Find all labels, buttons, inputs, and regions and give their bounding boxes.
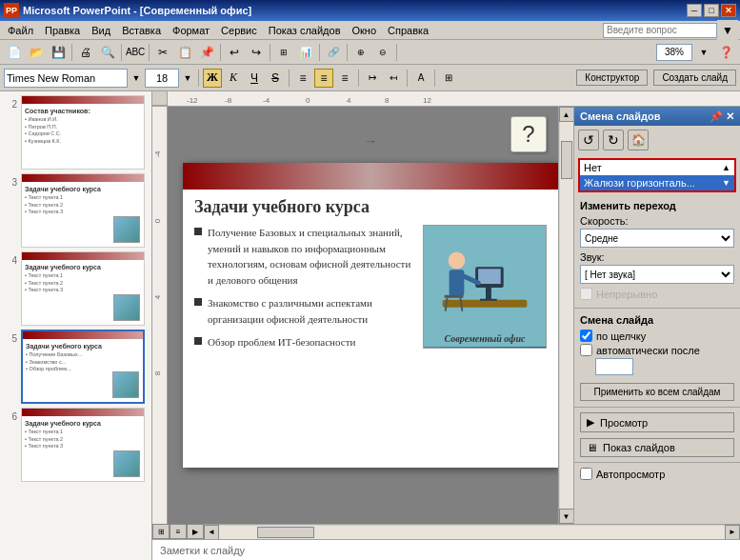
slideshow-view-button[interactable]: ▶: [187, 524, 204, 539]
underline-button[interactable]: Ч: [245, 69, 264, 88]
align-left-button[interactable]: ≡: [293, 69, 312, 88]
italic-button[interactable]: К: [224, 69, 243, 88]
bold-button[interactable]: Ж: [203, 69, 222, 88]
search-input[interactable]: [603, 23, 717, 38]
panel-pin-button[interactable]: 📌: [710, 110, 723, 123]
help-button[interactable]: ❓: [715, 42, 736, 63]
slide-image-2[interactable]: Состав участников: • Иванов И.И.• Петров…: [21, 95, 145, 170]
minimize-button[interactable]: ─: [687, 4, 702, 17]
font-name-input[interactable]: [4, 69, 128, 88]
menu-edit[interactable]: Правка: [39, 23, 86, 38]
horizontal-scrollbar[interactable]: ◄ ►: [204, 524, 740, 539]
speed-select[interactable]: Средне: [580, 229, 734, 248]
continuous-checkbox[interactable]: Непрерывно: [580, 288, 734, 300]
scroll-down-button[interactable]: ▼: [559, 509, 574, 524]
menu-service[interactable]: Сервис: [215, 23, 263, 38]
sound-select[interactable]: [ Нет звука]: [580, 265, 734, 284]
copy-button[interactable]: 📋: [174, 42, 195, 63]
slide-thumb-2[interactable]: 2 Состав участников: • Иванов И.И.• Петр…: [4, 95, 148, 170]
autopreview-checkbox[interactable]: [580, 468, 592, 480]
align-center-button[interactable]: ≡: [314, 69, 333, 88]
align-right-button[interactable]: ≡: [335, 69, 354, 88]
slide-title[interactable]: Задачи учебного курса: [183, 190, 558, 221]
auto-checkbox[interactable]: автоматически после: [580, 344, 734, 356]
slide-thumb-3[interactable]: 3 Задачи учебного курса • Текст пункта 1…: [4, 173, 148, 248]
transition-none[interactable]: Нет ▲: [580, 160, 734, 175]
new-button[interactable]: 📄: [4, 42, 25, 63]
autopreview-row[interactable]: Автопросмотр: [574, 465, 740, 483]
decrease-indent-button[interactable]: ↤: [384, 69, 403, 88]
slide-thumb-4[interactable]: 4 Задачи учебного курса • Текст пункта 1…: [4, 251, 148, 326]
h-scroll-thumb[interactable]: [257, 527, 314, 538]
zoom-dropdown[interactable]: ▼: [693, 42, 714, 63]
strikethrough-button[interactable]: S: [266, 69, 285, 88]
scroll-right-button[interactable]: ►: [725, 525, 740, 540]
transition-list: Нет ▲ Жалюзи горизонталь... ▼: [578, 158, 736, 192]
onclick-checkbox[interactable]: по щелчку: [580, 330, 734, 342]
font-dropdown[interactable]: ▼: [130, 68, 143, 89]
menu-slideshow[interactable]: Показ слайдов: [263, 23, 347, 38]
main-slide-canvas[interactable]: Задачи учебного курса Получение Базовых …: [183, 163, 558, 468]
insert-table-button[interactable]: ⊞: [273, 42, 294, 63]
print-button[interactable]: 🖨: [75, 42, 96, 63]
spell-button[interactable]: АВС: [125, 42, 146, 63]
scroll-track-v[interactable]: [560, 122, 573, 509]
paste-button[interactable]: 📌: [196, 42, 217, 63]
font-color-button[interactable]: A: [411, 69, 430, 88]
panel-icon-1[interactable]: ↺: [578, 130, 599, 150]
search-button[interactable]: ▼: [717, 20, 738, 41]
slide-thumb-5[interactable]: 5 Задачи учебного курса • Получение Базо…: [4, 330, 148, 404]
slide-image-4[interactable]: Задачи учебного курса • Текст пункта 1• …: [21, 251, 145, 326]
collapse-button[interactable]: ⊖: [372, 42, 393, 63]
preview-button[interactable]: ▶ Просмотр: [580, 412, 734, 432]
menu-insert[interactable]: Вставка: [116, 23, 167, 38]
show-slides-button[interactable]: 🖥 Показ слайдов: [580, 438, 734, 457]
vertical-scrollbar[interactable]: ▲ ▼: [558, 107, 573, 524]
continuous-check-input[interactable]: [580, 288, 592, 300]
zoom-input[interactable]: [656, 44, 692, 61]
transition-blinds[interactable]: Жалюзи горизонталь... ▼: [580, 175, 734, 190]
scroll-up-button[interactable]: ▲: [559, 107, 574, 122]
apply-all-button[interactable]: Применить ко всем слайдам: [580, 383, 734, 401]
constructor-button[interactable]: Конструктор: [576, 70, 648, 86]
hyperlink-button[interactable]: 🔗: [323, 42, 344, 63]
slide-thumb-6[interactable]: 6 Задачи учебного курса • Текст пункта 1…: [4, 408, 148, 482]
h-scroll-track[interactable]: [219, 526, 725, 539]
menu-help[interactable]: Справка: [382, 23, 434, 38]
menu-file[interactable]: Файл: [2, 23, 39, 38]
normal-view-button[interactable]: ⊞: [152, 524, 170, 539]
close-button[interactable]: ✕: [721, 4, 736, 17]
auto-check-input[interactable]: [580, 344, 592, 356]
undo-button[interactable]: ↩: [224, 42, 245, 63]
insert-chart-button[interactable]: 📊: [295, 42, 316, 63]
design-button[interactable]: ⊞: [439, 69, 458, 88]
menu-window[interactable]: Окно: [347, 23, 383, 38]
increase-indent-button[interactable]: ↦: [363, 69, 382, 88]
panel-close-button[interactable]: ✕: [726, 110, 734, 123]
notes-area[interactable]: Заметки к слайду: [152, 539, 740, 560]
size-dropdown[interactable]: ▼: [181, 68, 194, 89]
canvas-area[interactable]: ? → Задачи учебного курса Получение: [168, 107, 558, 524]
slide-image-5[interactable]: Задачи учебного курса • Получение Базовы…: [21, 330, 145, 404]
redo-button[interactable]: ↪: [246, 42, 267, 63]
preview-button[interactable]: 🔍: [97, 42, 118, 63]
slide-image-3[interactable]: Задачи учебного курса • Текст пункта 1• …: [21, 173, 145, 248]
panel-icon-3[interactable]: 🏠: [628, 130, 649, 150]
save-button[interactable]: 💾: [48, 42, 69, 63]
open-button[interactable]: 📂: [26, 42, 47, 63]
menu-format[interactable]: Формат: [167, 23, 215, 38]
scroll-thumb-v[interactable]: [561, 141, 572, 179]
maximize-button[interactable]: □: [704, 4, 719, 17]
panel-icon-2[interactable]: ↻: [603, 130, 624, 150]
font-size-input[interactable]: [145, 69, 179, 88]
onclick-check-input[interactable]: [580, 330, 592, 342]
slide-image-6[interactable]: Задачи учебного курса • Текст пункта 1• …: [21, 408, 145, 482]
menu-view[interactable]: Вид: [86, 23, 116, 38]
create-slide-button[interactable]: Создать слайд: [653, 70, 736, 86]
auto-time-input[interactable]: [595, 358, 633, 375]
cut-button[interactable]: ✂: [152, 42, 173, 63]
expand-button[interactable]: ⊕: [350, 42, 371, 63]
outline-view-button[interactable]: ≡: [170, 524, 187, 539]
scroll-left-button[interactable]: ◄: [204, 525, 219, 540]
sound-label: Звук:: [580, 251, 734, 263]
